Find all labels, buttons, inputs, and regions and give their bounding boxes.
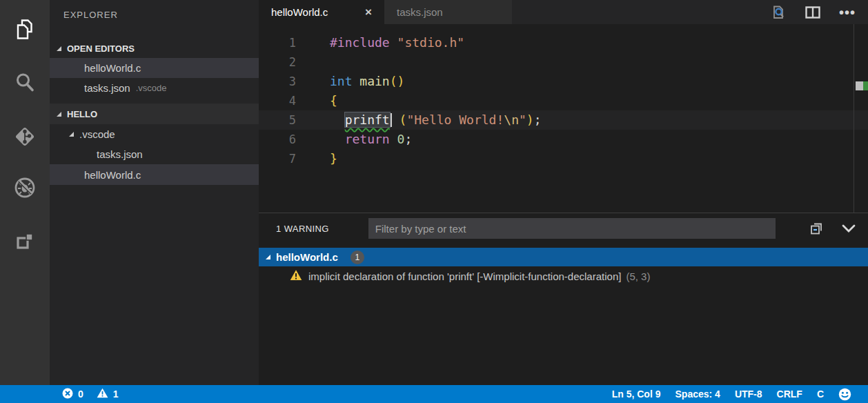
editor-actions: ••• bbox=[771, 0, 868, 24]
tree-item-helloworld-c[interactable]: helloWorld.c bbox=[50, 164, 259, 185]
collapse-all-icon[interactable] bbox=[809, 221, 824, 236]
sidebar-explorer: EXPLORER OPEN EDITORS helloWorld.c tasks… bbox=[50, 0, 259, 385]
activity-bar bbox=[0, 0, 50, 385]
problems-panel-header: 1 WARNING bbox=[259, 213, 868, 244]
code-line-text: prinft ("Hello World!\n"); bbox=[307, 110, 542, 130]
overview-ruler-warning-marker[interactable] bbox=[863, 81, 868, 90]
twistie-expanded-icon bbox=[57, 46, 61, 51]
explorer-icon[interactable] bbox=[0, 10, 50, 49]
problems-indicator[interactable]: 0 1 bbox=[0, 388, 119, 401]
sidebar-title: EXPLORER bbox=[63, 10, 118, 20]
code-line[interactable]: 2 bbox=[259, 52, 868, 72]
line-number: 4 bbox=[259, 91, 307, 110]
search-icon[interactable] bbox=[0, 63, 50, 102]
code-token bbox=[390, 132, 397, 146]
extensions-icon[interactable] bbox=[0, 222, 50, 260]
problems-file-name: helloWorld.c bbox=[276, 251, 338, 263]
code-line[interactable]: 6 return 0; bbox=[259, 130, 868, 149]
section-open-editors[interactable]: OPEN EDITORS bbox=[50, 39, 259, 58]
code-token: ) bbox=[526, 112, 534, 127]
eol-indicator[interactable]: CRLF bbox=[777, 389, 802, 400]
code-token: " bbox=[519, 112, 526, 127]
code-line[interactable]: 5 prinft ("Hello World!\n"); bbox=[259, 110, 868, 130]
code-token: } bbox=[330, 151, 337, 166]
tree-item-vscode-folder[interactable]: .vscode bbox=[50, 124, 259, 144]
status-bar: 0 1 Ln 5, Col 9 Spaces: 4 UTF-8 CRLF C bbox=[0, 385, 868, 403]
code-token: #include bbox=[330, 35, 390, 50]
code-line-text: int main() bbox=[307, 72, 404, 91]
encoding-indicator[interactable]: UTF-8 bbox=[735, 389, 762, 400]
open-editor-detail: .vscode bbox=[136, 83, 167, 93]
code-token: { bbox=[330, 93, 337, 108]
tab-bar: helloWorld.c × tasks.json bbox=[259, 0, 868, 24]
code-token bbox=[392, 112, 400, 127]
feedback-smiley-icon[interactable] bbox=[838, 388, 851, 401]
language-indicator[interactable]: C bbox=[817, 389, 824, 400]
twistie-expanded-icon bbox=[266, 255, 270, 259]
overview-ruler-cursor-marker[interactable] bbox=[856, 81, 863, 90]
code-token: ; bbox=[534, 112, 542, 127]
code-token: return bbox=[345, 132, 390, 146]
code-line-text: return 0; bbox=[307, 130, 412, 149]
warning-count-icon bbox=[97, 388, 108, 400]
line-number: 7 bbox=[259, 149, 307, 168]
split-editor-icon[interactable] bbox=[805, 6, 820, 19]
source-control-icon[interactable] bbox=[0, 117, 50, 156]
line-number: 5 bbox=[259, 110, 307, 130]
code-line[interactable]: 7} bbox=[259, 149, 868, 168]
tab-tasks-json[interactable]: tasks.json bbox=[384, 0, 512, 24]
scrollbar-track bbox=[854, 24, 854, 243]
code-token bbox=[353, 74, 360, 88]
error-count-icon bbox=[62, 388, 73, 401]
problems-filter-input[interactable] bbox=[368, 218, 776, 239]
line-number: 1 bbox=[259, 33, 307, 52]
code-line[interactable]: 3int main() bbox=[259, 72, 868, 91]
code-token: () bbox=[390, 74, 405, 88]
more-actions-icon[interactable]: ••• bbox=[839, 9, 856, 16]
open-editor-helloworld[interactable]: helloWorld.c bbox=[50, 58, 259, 78]
warning-icon bbox=[290, 269, 302, 284]
tree-item-tasks-json[interactable]: tasks.json bbox=[50, 144, 259, 164]
code-line[interactable]: 1#include "stdio.h" bbox=[259, 33, 868, 52]
code-token: \n bbox=[504, 112, 519, 127]
tab-helloworld-c[interactable]: helloWorld.c × bbox=[259, 0, 384, 24]
indentation-indicator[interactable]: Spaces: 4 bbox=[675, 389, 720, 400]
code-token bbox=[330, 132, 345, 146]
section-folder-hello[interactable]: HELLO bbox=[50, 104, 259, 124]
code-line-text bbox=[307, 52, 330, 72]
close-icon[interactable]: × bbox=[365, 6, 372, 18]
problem-message: implicit declaration of function 'prinft… bbox=[308, 271, 621, 282]
warning-squiggle-token: prinft bbox=[345, 112, 390, 127]
file-search-icon[interactable] bbox=[771, 5, 787, 20]
code-line-text: #include "stdio.h" bbox=[307, 33, 464, 52]
editor-group: helloWorld.c × tasks.json bbox=[259, 0, 868, 213]
code-line-text: } bbox=[307, 149, 337, 168]
problems-count-badge: 1 bbox=[351, 250, 364, 264]
code-token: 0 bbox=[397, 132, 405, 146]
chevron-down-icon[interactable] bbox=[840, 222, 857, 235]
debug-disabled-icon[interactable] bbox=[0, 168, 50, 207]
editor-code-lines[interactable]: 1#include "stdio.h"23int main()4{5 prinf… bbox=[259, 24, 868, 168]
code-line[interactable]: 4{ bbox=[259, 91, 868, 110]
code-token: ; bbox=[404, 132, 412, 146]
vscode-window: EXPLORER OPEN EDITORS helloWorld.c tasks… bbox=[0, 0, 868, 403]
code-token: main bbox=[359, 74, 389, 88]
open-editor-tasks-json[interactable]: tasks.json .vscode bbox=[50, 78, 259, 98]
problem-location: (5, 3) bbox=[626, 271, 650, 282]
cursor-position-indicator[interactable]: Ln 5, Col 9 bbox=[612, 389, 661, 400]
code-token: ( bbox=[400, 112, 407, 127]
twistie-expanded-icon bbox=[57, 112, 61, 117]
code-token bbox=[390, 35, 397, 50]
code-token: "stdio.h" bbox=[397, 35, 465, 50]
code-token: int bbox=[330, 74, 353, 88]
problem-warning-row[interactable]: implicit declaration of function 'prinft… bbox=[259, 266, 868, 286]
twistie-expanded-icon bbox=[69, 132, 74, 137]
error-count: 0 bbox=[78, 389, 83, 400]
problems-panel: 1 WARNING helloWorld.c bbox=[259, 213, 868, 385]
problems-summary: 1 WARNING bbox=[276, 224, 329, 234]
code-line-text: { bbox=[307, 91, 337, 110]
problems-file-group-row[interactable]: helloWorld.c 1 bbox=[259, 248, 868, 266]
line-number: 2 bbox=[259, 52, 307, 72]
warning-count: 1 bbox=[113, 389, 119, 400]
line-number: 6 bbox=[259, 130, 307, 149]
